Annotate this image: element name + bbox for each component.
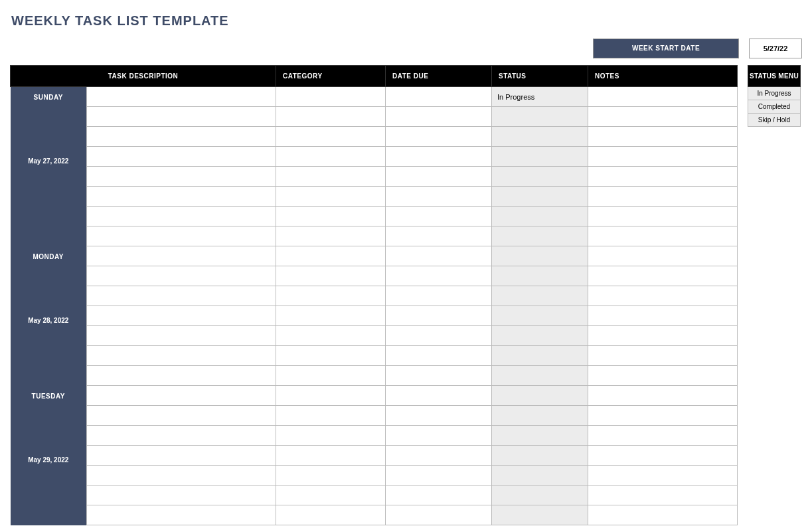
cell-description[interactable] [87,207,276,226]
cell-description[interactable] [87,187,276,207]
cell-category[interactable] [276,107,386,127]
cell-category[interactable] [276,266,386,286]
cell-category[interactable] [276,346,386,366]
cell-description[interactable] [87,366,276,386]
cell-description[interactable] [87,266,276,286]
cell-date-due[interactable] [386,207,492,226]
cell-date-due[interactable] [386,266,492,286]
cell-date-due[interactable] [386,167,492,187]
week-start-value[interactable]: 5/27/22 [749,39,802,58]
cell-description[interactable] [87,406,276,426]
cell-date-due[interactable] [386,127,492,147]
cell-description[interactable] [87,446,276,466]
cell-date-due[interactable] [386,486,492,505]
cell-description[interactable] [87,226,276,246]
cell-date-due[interactable] [386,147,492,167]
cell-category[interactable] [276,386,386,406]
cell-date-due[interactable] [386,286,492,306]
cell-status[interactable] [492,406,588,426]
cell-notes[interactable] [588,386,738,406]
cell-description[interactable] [87,87,276,107]
cell-notes[interactable] [588,246,738,266]
cell-notes[interactable] [588,446,738,466]
cell-notes[interactable] [588,266,738,286]
cell-category[interactable] [276,147,386,167]
status-option[interactable]: In Progress [748,87,801,100]
cell-status[interactable] [492,386,588,406]
cell-description[interactable] [87,167,276,187]
cell-status[interactable] [492,346,588,366]
cell-notes[interactable] [588,286,738,306]
cell-status[interactable] [492,127,588,147]
status-option[interactable]: Skip / Hold [748,114,801,127]
cell-date-due[interactable] [386,87,492,107]
cell-notes[interactable] [588,147,738,167]
cell-status[interactable] [492,226,588,246]
cell-status[interactable] [492,326,588,346]
cell-date-due[interactable] [386,466,492,486]
cell-category[interactable] [276,466,386,486]
cell-category[interactable] [276,366,386,386]
cell-description[interactable] [87,346,276,366]
cell-notes[interactable] [588,226,738,246]
cell-notes[interactable] [588,346,738,366]
cell-status[interactable] [492,466,588,486]
cell-category[interactable] [276,326,386,346]
cell-status[interactable] [492,167,588,187]
cell-description[interactable] [87,326,276,346]
cell-date-due[interactable] [386,346,492,366]
cell-category[interactable] [276,207,386,226]
cell-category[interactable] [276,87,386,107]
cell-notes[interactable] [588,426,738,446]
cell-category[interactable] [276,486,386,505]
cell-description[interactable] [87,306,276,326]
cell-status[interactable] [492,286,588,306]
cell-date-due[interactable] [386,187,492,207]
cell-notes[interactable] [588,107,738,127]
cell-date-due[interactable] [386,446,492,466]
cell-date-due[interactable] [386,107,492,127]
cell-status[interactable] [492,366,588,386]
cell-notes[interactable] [588,167,738,187]
cell-description[interactable] [87,127,276,147]
cell-notes[interactable] [588,87,738,107]
cell-status[interactable] [492,207,588,226]
cell-status[interactable] [492,426,588,446]
cell-description[interactable] [87,466,276,486]
cell-description[interactable] [87,386,276,406]
cell-date-due[interactable] [386,426,492,446]
cell-status[interactable] [492,306,588,326]
cell-category[interactable] [276,167,386,187]
cell-category[interactable] [276,286,386,306]
cell-description[interactable] [87,426,276,446]
cell-status[interactable] [492,446,588,466]
cell-date-due[interactable] [386,226,492,246]
status-option[interactable]: Completed [748,100,801,114]
cell-date-due[interactable] [386,246,492,266]
cell-category[interactable] [276,306,386,326]
cell-description[interactable] [87,147,276,167]
cell-category[interactable] [276,406,386,426]
cell-notes[interactable] [588,505,738,525]
cell-status[interactable] [492,147,588,167]
cell-notes[interactable] [588,406,738,426]
cell-description[interactable] [87,505,276,525]
cell-notes[interactable] [588,306,738,326]
cell-status[interactable] [492,107,588,127]
cell-category[interactable] [276,127,386,147]
cell-category[interactable] [276,505,386,525]
cell-date-due[interactable] [386,505,492,525]
cell-status[interactable]: In Progress [492,87,588,107]
cell-status[interactable] [492,187,588,207]
cell-category[interactable] [276,426,386,446]
cell-notes[interactable] [588,366,738,386]
cell-date-due[interactable] [386,326,492,346]
cell-status[interactable] [492,505,588,525]
cell-category[interactable] [276,187,386,207]
cell-date-due[interactable] [386,366,492,386]
cell-description[interactable] [87,486,276,505]
cell-notes[interactable] [588,486,738,505]
cell-description[interactable] [87,286,276,306]
cell-status[interactable] [492,266,588,286]
cell-date-due[interactable] [386,306,492,326]
